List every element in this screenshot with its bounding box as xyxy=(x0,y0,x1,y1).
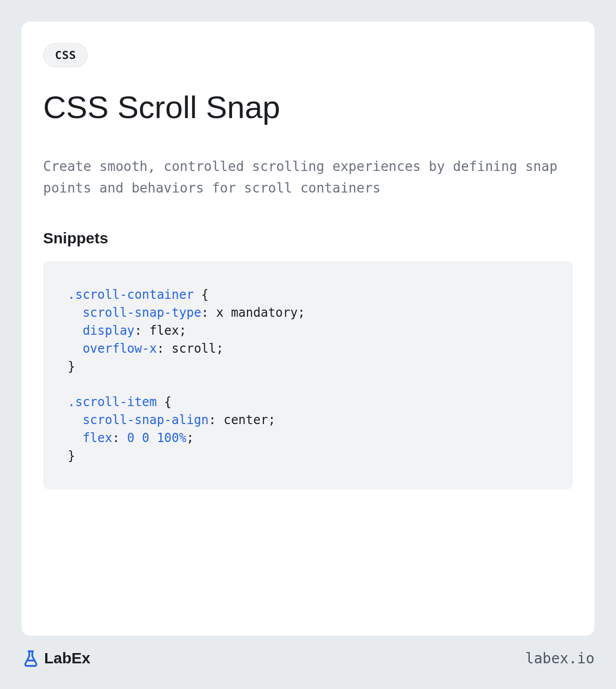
code-selector: .scroll-item xyxy=(68,395,157,409)
footer: LabEx labex.io xyxy=(22,636,594,667)
code-value: : x mandatory; xyxy=(201,305,305,320)
content-card: CSS CSS Scroll Snap Create smooth, contr… xyxy=(22,22,594,636)
code-value-number: 0 0 100% xyxy=(127,431,187,445)
code-property: scroll-snap-align xyxy=(83,413,209,427)
code-value: : scroll; xyxy=(157,341,223,356)
site-url: labex.io xyxy=(525,650,594,667)
code-property: display xyxy=(83,323,134,338)
language-tag: CSS xyxy=(43,43,88,67)
page-description: Create smooth, controlled scrolling expe… xyxy=(43,156,573,199)
page-title: CSS Scroll Snap xyxy=(43,89,573,125)
code-property: flex xyxy=(83,431,112,445)
code-property: overflow-x xyxy=(83,341,157,356)
code-value: ; xyxy=(186,431,194,445)
code-value: : flex; xyxy=(134,323,186,338)
code-value: : center; xyxy=(209,413,276,427)
snippets-heading: Snippets xyxy=(43,229,573,247)
flask-icon xyxy=(22,649,40,667)
code-property: scroll-snap-type xyxy=(83,305,201,320)
logo: LabEx xyxy=(22,649,90,667)
code-value: : xyxy=(112,431,127,445)
logo-text: LabEx xyxy=(44,649,90,667)
code-selector: .scroll-container xyxy=(68,288,194,302)
code-snippet: .scroll-container { scroll-snap-type: x … xyxy=(43,261,573,489)
